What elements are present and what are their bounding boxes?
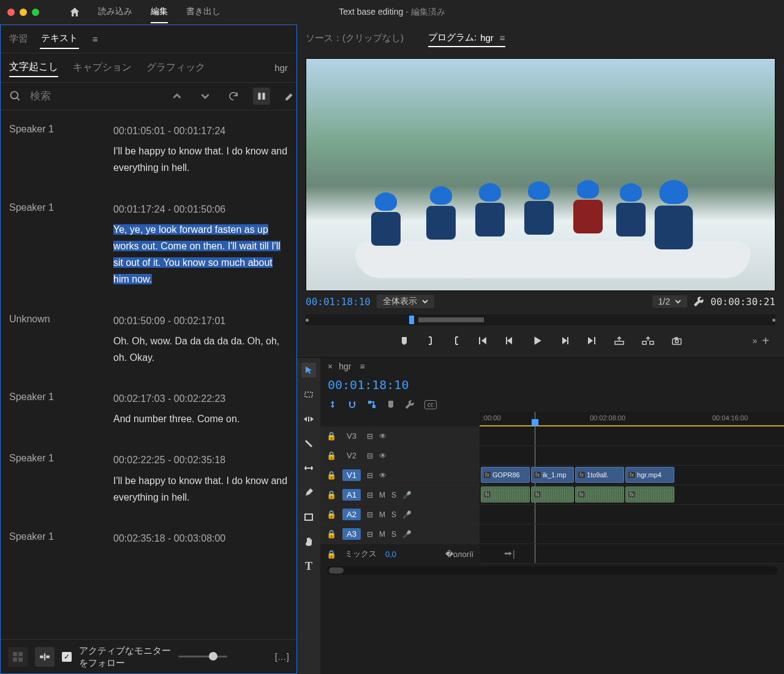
track-label[interactable]: A2 [342, 509, 361, 520]
track-label[interactable]: V2 [342, 450, 361, 461]
track-header-v3[interactable]: 🔒 V3 ⊟ 👁 [320, 426, 480, 446]
lift-icon[interactable] [614, 336, 625, 346]
footer-grid-icon[interactable] [8, 647, 28, 667]
razor-tool-icon[interactable] [301, 436, 316, 451]
track-lane-a3[interactable] [480, 524, 784, 544]
track-select-tool-icon[interactable] [301, 387, 316, 402]
footer-insert-icon[interactable] [35, 647, 55, 667]
time-ruler[interactable]: :00:00 00:02:08:00 00:04:16:00 [480, 412, 784, 426]
zoom-dropdown[interactable]: 1/2 [652, 295, 687, 308]
track-header-a1[interactable]: 🔒 A1 ⊟ M S 🎤 [320, 485, 480, 505]
video-preview[interactable] [306, 58, 775, 291]
mix-value[interactable]: 0,0 [385, 550, 396, 559]
track-label[interactable]: V1 [342, 469, 361, 481]
eye-icon[interactable]: 👁 [379, 452, 386, 460]
transcript-text[interactable]: I'll be happy to know that. I do know an… [113, 146, 287, 173]
tracks-canvas[interactable]: :00:00 00:02:08:00 00:04:16:00 fxGOPR86 … [480, 412, 784, 564]
step-back-icon[interactable] [505, 336, 514, 346]
monitor-mini-timeline[interactable] [306, 314, 775, 325]
panel-menu-icon[interactable]: ≡ [92, 34, 98, 44]
transcript-text[interactable]: I'll be happy to know that. I do know an… [113, 475, 287, 502]
toggle-output-icon[interactable]: ⊟ [367, 432, 373, 441]
subtab-graphics[interactable]: グラフィック [146, 59, 205, 77]
program-monitor-tab[interactable]: プログラム: hgr ≡ [428, 29, 505, 47]
lock-icon[interactable]: 🔒 [326, 510, 336, 519]
selection-tool-icon[interactable] [301, 363, 316, 377]
extract-icon[interactable] [642, 336, 654, 346]
track-label[interactable]: V3 [342, 430, 361, 442]
refresh-icon[interactable] [225, 88, 242, 105]
fit-dropdown[interactable]: 全体表示 [377, 295, 434, 308]
search-input[interactable] [30, 90, 160, 102]
lock-icon[interactable]: 🔒 [326, 431, 336, 441]
mic-icon[interactable]: 🎤 [402, 510, 412, 519]
track-lane-v3[interactable] [480, 426, 784, 446]
eye-icon[interactable]: 👁 [379, 432, 386, 441]
mic-icon[interactable]: 🎤 [402, 530, 412, 539]
solo-button[interactable]: S [391, 491, 396, 499]
lock-icon[interactable]: 🔒 [326, 550, 336, 559]
monitor-timecode-in[interactable]: 00:01:18:10 [306, 296, 371, 308]
timeline-hscroll[interactable] [326, 566, 778, 575]
toggle-output-icon[interactable]: ⊟ [367, 452, 373, 460]
step-forward-icon[interactable] [560, 336, 570, 346]
subtab-transcript[interactable]: 文字起こし [9, 58, 58, 77]
toggle-output-icon[interactable]: ⊟ [367, 530, 373, 539]
slip-tool-icon[interactable] [301, 461, 316, 475]
prev-result-icon[interactable] [168, 88, 186, 105]
mute-button[interactable]: M [379, 491, 385, 499]
timeline-timecode[interactable]: 00:01:18:10 [328, 377, 409, 392]
close-sequence-icon[interactable]: × [328, 362, 333, 371]
audio-clip[interactable]: fx [575, 487, 624, 502]
panel-tab-learn[interactable]: 学習 [8, 29, 29, 48]
transcript-entry[interactable]: Unknown 00:01:50:09 - 00:02:17:01 Oh. Oh… [9, 312, 288, 366]
more-transport-icon[interactable]: » [753, 336, 758, 346]
transcript-text[interactable]: Oh. Oh, wow. Da da da da da. Oh, oh, oh.… [113, 336, 279, 363]
lock-icon[interactable]: 🔒 [326, 529, 336, 539]
pen-tool-icon[interactable] [301, 485, 316, 500]
snap-icon[interactable] [328, 399, 337, 409]
transcript-entry[interactable]: Speaker 1 00:01:17:24 - 00:01:50:06 Ye, … [9, 201, 288, 288]
panel-tab-text[interactable]: テキスト [40, 29, 79, 49]
video-clip[interactable]: fxik_1.mp [531, 467, 574, 483]
footer-more-button[interactable]: […] [275, 651, 289, 662]
track-lane-v1[interactable]: fxGOPR86 fxik_1.mp fx1to9all. fxhgr.mp4 [480, 466, 784, 485]
search-icon[interactable] [9, 90, 21, 102]
pause-segments-icon[interactable] [253, 88, 270, 105]
video-clip[interactable]: fxGOPR86 [481, 467, 530, 483]
add-marker-icon[interactable] [399, 336, 409, 346]
transcript-entry[interactable]: Speaker 1 00:02:22:25 - 00:02:35:18 I'll… [9, 452, 288, 505]
transcript-list[interactable]: Speaker 1 00:01:05:01 - 00:01:17:24 I'll… [1, 110, 296, 639]
cc-badge[interactable]: cc [424, 400, 437, 409]
maximize-window[interactable] [32, 9, 39, 16]
mute-button[interactable]: M [379, 510, 385, 519]
follow-monitor-checkbox[interactable]: ✓ [62, 652, 72, 662]
go-to-in-icon[interactable] [478, 336, 488, 346]
export-frame-icon[interactable] [671, 336, 682, 346]
track-label[interactable]: A1 [342, 489, 361, 501]
expand-icon[interactable]: ⮕| [504, 549, 515, 559]
timeline-menu-icon[interactable]: ≡ [360, 362, 364, 371]
add-button-icon[interactable]: + [762, 334, 769, 348]
mark-in-icon[interactable] [426, 336, 435, 346]
playhead-head[interactable] [532, 419, 538, 426]
mic-icon[interactable]: 🎤 [402, 491, 412, 499]
audio-clip[interactable]: fx [531, 487, 574, 502]
home-icon[interactable] [69, 6, 81, 18]
ripple-tool-icon[interactable] [301, 412, 316, 426]
lock-icon[interactable]: 🔒 [326, 471, 336, 480]
audio-clip[interactable]: fx [625, 487, 674, 502]
transcript-entry[interactable]: Speaker 1 00:01:05:01 - 00:01:17:24 I'll… [9, 123, 288, 176]
tab-import[interactable]: 読み込み [98, 1, 132, 23]
track-lane-mix[interactable]: ⮕| [480, 544, 784, 564]
magnet-icon[interactable] [347, 399, 357, 409]
lock-icon[interactable]: 🔒 [326, 490, 336, 499]
track-header-a3[interactable]: 🔒 A3 ⊟ M S 🎤 [320, 524, 480, 544]
transcript-entry[interactable]: Speaker 1 00:02:35:18 - 00:03:08:00 [9, 530, 288, 550]
minimize-window[interactable] [20, 9, 27, 16]
video-clip[interactable]: fxhgr.mp4 [625, 467, 674, 483]
timeline-wrench-icon[interactable] [405, 399, 415, 409]
toggle-output-icon[interactable]: ⊟ [367, 471, 373, 480]
transcript-entry[interactable]: Speaker 1 00:02:17:03 - 00:02:22:23 And … [9, 390, 288, 427]
transcript-text[interactable]: Ye, ye, ye look forward fasten as up wor… [113, 224, 281, 285]
